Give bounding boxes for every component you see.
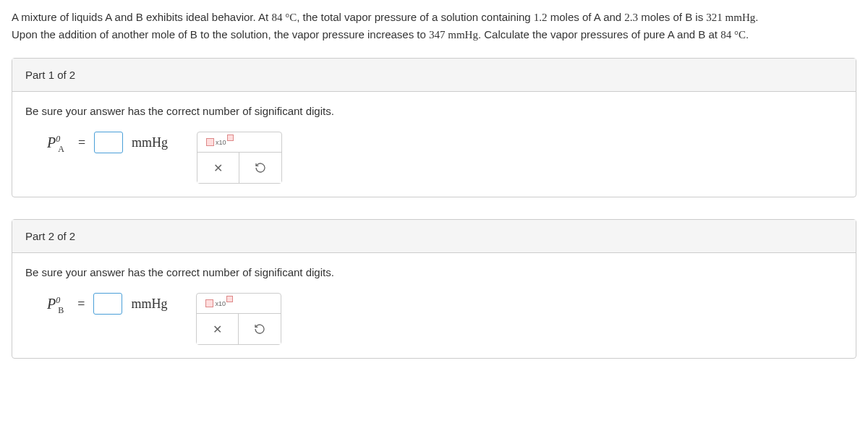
problem-value: 347 mmHg	[429, 29, 478, 40]
part-2-tool-panel: x10 ✕	[196, 293, 281, 345]
part-2-variable: P0B	[47, 296, 66, 312]
problem-text-segment: .	[755, 11, 758, 23]
undo-button[interactable]	[239, 153, 281, 183]
variable-base: P	[47, 135, 56, 150]
problem-text-segment: Upon the addition of another mole of B t…	[12, 28, 429, 40]
part-1-body: Be sure your answer has the correct numb…	[12, 92, 856, 197]
undo-button[interactable]	[239, 314, 281, 344]
variable-base: P	[47, 296, 56, 312]
part-2-header: Part 2 of 2	[12, 220, 856, 253]
problem-value: 2.3	[624, 12, 638, 23]
equals-sign: =	[77, 296, 85, 312]
problem-statement: A mixture of liquids A and B exhibits id…	[12, 9, 856, 43]
tool-bottom-row: ✕	[197, 153, 281, 183]
sci-base-box-icon	[206, 138, 214, 146]
part-1-answer-row: P0A = mmHg	[47, 132, 168, 153]
sci-x10-label: x10	[216, 139, 226, 146]
part-1-header: Part 1 of 2	[12, 59, 856, 92]
variable-superscript: 0	[56, 134, 60, 144]
sci-x10-label: x10	[215, 300, 226, 307]
part-2-instruction: Be sure your answer has the correct numb…	[25, 266, 843, 278]
part-2-body: Be sure your answer has the correct numb…	[12, 253, 856, 358]
problem-value: 321 mmHg	[706, 12, 755, 23]
problem-value: 84 °C	[271, 12, 297, 23]
problem-text-segment: , the total vapor pressure of a solution…	[297, 11, 534, 23]
part-1-instruction: Be sure your answer has the correct numb…	[25, 105, 843, 117]
part-1-container: Part 1 of 2 Be sure your answer has the …	[12, 58, 856, 197]
undo-icon	[254, 323, 265, 335]
equals-sign: =	[78, 135, 85, 150]
part-1-answer-input[interactable]	[94, 132, 123, 153]
part-2-answer-input[interactable]	[93, 293, 122, 315]
problem-text-segment: .	[746, 28, 749, 40]
part-2-answer-row: P0B = mmHg	[47, 293, 167, 315]
clear-button[interactable]: ✕	[197, 153, 239, 183]
x-icon: ✕	[213, 161, 223, 175]
tool-bottom-row: ✕	[197, 314, 281, 344]
sci-notation-button[interactable]: x10	[205, 299, 233, 307]
part-1-variable: P0A	[47, 135, 67, 151]
problem-value: 1.2	[534, 12, 548, 23]
part-1-tool-panel: x10 ✕	[197, 132, 282, 184]
problem-text-segment: moles of B is	[638, 11, 706, 23]
problem-text-segment: A mixture of liquids A and B exhibits id…	[12, 11, 271, 23]
variable-subscript: A	[58, 144, 64, 154]
part-1-unit: mmHg	[132, 135, 168, 150]
x-icon: ✕	[213, 323, 222, 336]
variable-superscript: 0	[56, 295, 60, 305]
sci-exp-box-icon	[226, 296, 233, 302]
sci-notation-button[interactable]: x10	[206, 138, 234, 146]
tool-top-row: x10	[197, 132, 281, 153]
problem-text-segment: . Calculate the vapor pressures of pure …	[478, 28, 720, 40]
part-2-container: Part 2 of 2 Be sure your answer has the …	[12, 219, 856, 359]
sci-exp-box-icon	[227, 135, 234, 141]
variable-subscript: B	[58, 305, 64, 315]
undo-icon	[255, 162, 266, 174]
clear-button[interactable]: ✕	[197, 314, 239, 344]
part-2-unit: mmHg	[131, 296, 167, 312]
problem-text-segment: moles of A and	[548, 11, 625, 23]
tool-top-row: x10	[197, 294, 281, 314]
problem-value: 84 °C	[720, 29, 746, 40]
sci-base-box-icon	[205, 299, 213, 307]
